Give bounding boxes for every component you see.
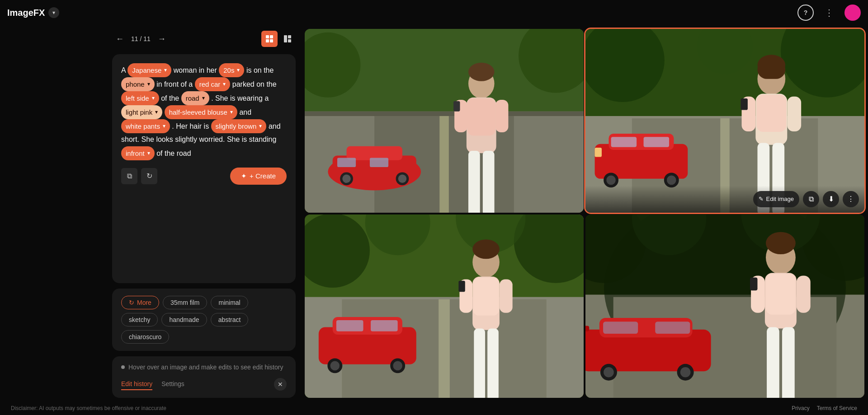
svg-rect-47 (595, 148, 602, 157)
edit-image-button[interactable]: ✎ Edit image (753, 191, 799, 207)
info-dot-icon (121, 365, 125, 369)
prompt-text-5: parked on the (232, 80, 277, 88)
view-icons (261, 31, 296, 47)
svg-rect-5 (288, 35, 291, 38)
topbar: ImageFX ▾ ? ⋮ (0, 0, 868, 25)
svg-point-101 (766, 232, 796, 254)
svg-rect-0 (266, 35, 269, 38)
main-content: ← 11 / 11 → (0, 25, 868, 401)
nav-count: 11 / 11 (131, 35, 151, 42)
tab-edit-history[interactable]: Edit history (121, 378, 152, 390)
more-options-img-4[interactable]: ⋮ (843, 376, 859, 392)
footer-links: Privacy Terms of Service (792, 405, 857, 411)
tag-red-car[interactable]: red car (195, 77, 231, 91)
tag-20s[interactable]: 20s (219, 63, 244, 77)
svg-point-18 (342, 175, 351, 183)
download-image-button[interactable]: ⬇ (823, 191, 839, 207)
svg-point-20 (398, 175, 407, 183)
svg-rect-55 (741, 98, 747, 110)
svg-rect-24 (467, 98, 495, 135)
image-cell-1[interactable]: ⋮ (305, 29, 584, 213)
svg-rect-2 (266, 39, 269, 42)
svg-rect-94 (655, 322, 690, 334)
tag-left-side[interactable]: left side (121, 91, 159, 105)
prompt-icon-buttons: ⧉ ↻ (121, 168, 157, 184)
svg-rect-52 (756, 95, 786, 132)
style-chip-sketchy[interactable]: sketchy (121, 313, 158, 326)
disclaimer-text: Disclaimer: AI outputs may sometimes be … (11, 405, 166, 411)
style-chip-abstract[interactable]: abstract (211, 313, 249, 326)
more-styles-button[interactable]: ↻ More (121, 296, 159, 309)
svg-rect-26 (495, 100, 509, 132)
svg-point-22 (468, 63, 495, 81)
edit-history-info: Hover over an image and make edits to se… (121, 364, 287, 371)
prompt-text-2: woman in her (174, 66, 219, 74)
copy-prompt-button[interactable]: ⧉ (121, 168, 137, 184)
more-options-img-2[interactable]: ⋮ (843, 191, 859, 207)
avatar[interactable] (844, 5, 861, 21)
svg-rect-106 (750, 277, 757, 290)
copy-image-button[interactable]: ⧉ (803, 191, 819, 207)
create-label: + Create (250, 172, 276, 180)
svg-rect-9 (305, 112, 584, 116)
svg-rect-105 (797, 275, 811, 312)
edit-history-tabs: Edit history Settings ✕ (121, 378, 287, 391)
nav-next-button[interactable]: → (154, 33, 170, 46)
prompt-editor[interactable]: A Japanese woman in her 20s is on the ph… (112, 54, 296, 283)
style-section: ↻ More 35mm film minimal sketchy handmad… (112, 289, 296, 351)
prompt-text-9: and (239, 108, 251, 116)
app-dropdown-button[interactable]: ▾ (48, 7, 59, 18)
tag-white-pants[interactable]: white pants (121, 119, 170, 133)
tag-road[interactable]: road (181, 91, 209, 105)
style-chip-minimal[interactable]: minimal (211, 296, 248, 309)
tag-japanese[interactable]: Japanese (127, 63, 171, 77)
tab-buttons: Edit history Settings (121, 378, 184, 390)
nav-bar: ← 11 / 11 → (112, 29, 296, 49)
bottom-bar: Disclaimer: AI outputs may sometimes be … (0, 401, 868, 415)
privacy-link[interactable]: Privacy (792, 405, 809, 411)
grid-view-button[interactable] (261, 31, 278, 47)
more-options-button[interactable]: ⋮ (821, 5, 837, 21)
tag-infront[interactable]: infront (121, 146, 155, 160)
image-cell-4[interactable]: ⋮ (585, 214, 864, 398)
nav-prev-button[interactable]: ← (112, 33, 127, 46)
refresh-icon: ↻ (129, 299, 134, 306)
svg-rect-6 (288, 39, 291, 42)
style-chip-35mm[interactable]: 35mm film (163, 296, 208, 309)
svg-point-71 (330, 361, 340, 370)
svg-point-73 (393, 361, 402, 370)
close-panel-button[interactable]: ✕ (274, 378, 287, 391)
prompt-text-12: of the road (156, 149, 191, 157)
svg-point-44 (606, 176, 616, 185)
svg-rect-3 (270, 39, 273, 42)
svg-rect-68 (336, 320, 363, 331)
edit-image-label: Edit image (766, 196, 794, 202)
tag-blouse[interactable]: half-sleeved blouse (165, 105, 237, 119)
prompt-text-4: in front of a (156, 80, 195, 88)
tag-slightly-brown[interactable]: slightly brown (211, 119, 267, 133)
style-chips: ↻ More 35mm film minimal sketchy handmad… (121, 296, 287, 344)
create-button[interactable]: ✦ + Create (230, 168, 287, 185)
help-button[interactable]: ? (797, 5, 814, 21)
terms-link[interactable]: Terms of Service (817, 405, 857, 411)
prompt-actions: ⧉ ↻ ✦ + Create (121, 168, 287, 185)
prompt-text-7: . She is wearing a (211, 94, 269, 102)
svg-rect-4 (284, 35, 287, 42)
tag-phone[interactable]: phone (121, 77, 155, 91)
prompt-text-10: . Her hair is (172, 122, 211, 130)
more-options-img-1[interactable]: ⋮ (562, 191, 578, 207)
tab-settings[interactable]: Settings (161, 378, 184, 390)
refresh-prompt-button[interactable]: ↻ (141, 168, 157, 184)
more-options-img-3[interactable]: ⋮ (562, 376, 578, 392)
image-cell-2[interactable]: ✎ Edit image ⧉ ⬇ ⋮ (585, 29, 864, 213)
style-chip-handmade[interactable]: handmade (161, 313, 207, 326)
style-chip-chiaroscuro[interactable]: chiaroscuro (121, 330, 169, 344)
tag-light-pink[interactable]: light pink (121, 105, 162, 119)
svg-rect-15 (337, 158, 356, 168)
image-cell-3[interactable]: ⋮ (305, 214, 584, 398)
svg-rect-77 (473, 277, 499, 315)
svg-rect-54 (787, 97, 801, 131)
panel-view-button[interactable] (279, 31, 296, 47)
create-plus-icon: ✦ (241, 172, 247, 180)
topbar-left: ImageFX ▾ (7, 7, 59, 18)
